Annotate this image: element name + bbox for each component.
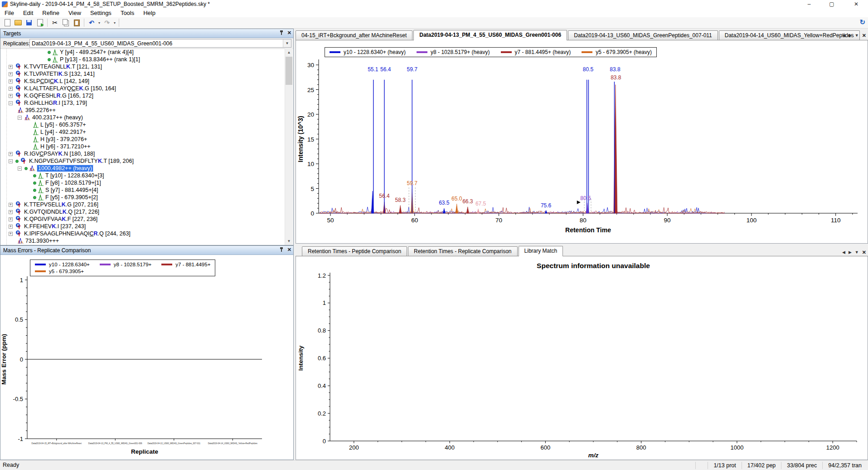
maximize-button[interactable]: ▢ xyxy=(824,0,839,8)
menu-file[interactable]: File xyxy=(0,9,19,17)
expand-icon[interactable]: + xyxy=(9,72,13,76)
graph-tab-2[interactable]: Library Match xyxy=(519,246,563,256)
tree-row[interactable]: F [y8] - 1028.5179+[1] xyxy=(0,179,286,186)
menu-dropdown-icon[interactable]: ▼ xyxy=(855,33,859,38)
tree-row[interactable]: +K.TLVPATETIK.S [132, 141] xyxy=(0,70,286,78)
save-button[interactable] xyxy=(24,18,34,28)
tree-row[interactable]: L [y5] - 605.3757+ xyxy=(0,121,286,128)
tree-row[interactable]: 395.2276++ xyxy=(0,107,286,114)
scroll-left-icon[interactable]: ◀ xyxy=(842,250,845,255)
close-panel-icon[interactable]: ✕ xyxy=(287,30,291,35)
tree-row-label: K.GQFESHLR.G [165, 172] xyxy=(24,93,93,99)
import-results-button[interactable] xyxy=(35,18,45,28)
paste-button[interactable] xyxy=(72,18,82,28)
transition-icon xyxy=(33,122,39,128)
tree-row-label: 731.3930+++ xyxy=(25,238,59,244)
expand-icon[interactable]: + xyxy=(9,217,13,221)
tree-row[interactable]: +K.IPIFSAAGLPHNEIAAQICR.Q [244, 263] xyxy=(0,230,286,237)
collapse-icon[interactable]: − xyxy=(18,116,22,120)
menu-tools[interactable]: Tools xyxy=(116,9,139,17)
targets-scrollbar[interactable]: ▲ ▼ xyxy=(285,49,293,245)
new-document-icon xyxy=(5,19,10,26)
minimize-button[interactable]: – xyxy=(801,0,817,8)
tree-row[interactable]: +R.IGVCPSAYK.N [180, 188] xyxy=(0,150,286,157)
pin-icon[interactable] xyxy=(279,30,284,35)
replicates-combobox[interactable]: Data2019-04-13_PM_4_55_US60_MIDAS_Green0… xyxy=(29,39,291,48)
close-tab-icon[interactable]: ✕ xyxy=(862,33,866,38)
chromatogram-tab-3[interactable]: Data2019-04-14_US60_MIDAS_Yellow+RedPept… xyxy=(719,30,860,40)
scrollbar-thumb[interactable] xyxy=(286,57,292,85)
new-document-button[interactable] xyxy=(2,18,12,28)
cut-button[interactable]: ✂ xyxy=(50,18,60,28)
expand-icon[interactable]: + xyxy=(9,65,13,69)
collapse-icon[interactable]: − xyxy=(18,166,22,171)
pin-icon[interactable] xyxy=(279,247,284,252)
graph-tab-1[interactable]: Retention Times - Replicate Comparison xyxy=(408,246,517,256)
tree-row[interactable]: −1000.4982++ (heavy) xyxy=(0,165,286,172)
tree-row[interactable]: −400.2317++ (heavy) xyxy=(0,114,286,121)
tree-row-label: H [y3] - 379.2076+ xyxy=(40,136,87,142)
tree-row[interactable]: +K.TVVTEAGNLLK.T [121, 131] xyxy=(0,63,286,70)
menu-refine[interactable]: Refine xyxy=(38,9,64,17)
expand-icon[interactable]: + xyxy=(9,203,13,207)
menu-settings[interactable]: Settings xyxy=(86,9,116,17)
tree-row[interactable]: −R.GHLLHGR.I [173, 179] xyxy=(0,99,286,107)
tree-row[interactable]: −K.NGPVEGAFTVFSDFLTYK.T [189, 206] xyxy=(0,157,286,165)
tree-row[interactable]: +K.GQFESHLR.G [165, 172] xyxy=(0,92,286,99)
close-button[interactable]: ✕ xyxy=(849,0,864,8)
tree-row[interactable]: +K.GVTQIDNDLK.Q [217, 226] xyxy=(0,208,286,215)
transition-icon xyxy=(38,180,44,186)
scroll-down-icon[interactable]: ▼ xyxy=(285,237,293,245)
collapse-icon[interactable]: − xyxy=(9,101,13,105)
undo-button[interactable]: ↶ xyxy=(87,18,97,28)
close-panel-icon[interactable]: ✕ xyxy=(287,247,291,252)
open-button[interactable] xyxy=(13,18,23,28)
svg-text:Replicate: Replicate xyxy=(131,448,159,455)
tree-row[interactable]: +K.LALTTAEFLAYQCEK.G [150, 164] xyxy=(0,85,286,92)
expand-icon[interactable]: + xyxy=(9,87,13,91)
tree-row[interactable]: F [y5] - 679.3905+[2] xyxy=(0,194,286,201)
tree-row[interactable]: L [y4] - 492.2917+ xyxy=(0,128,286,136)
tree-row[interactable]: +K.QPGIVFVAAK.F [227, 236] xyxy=(0,215,286,223)
scroll-right-icon[interactable]: ▶ xyxy=(849,33,852,38)
chromatogram-chart: 0510152025305060708090100110Retention Ti… xyxy=(296,40,868,244)
scroll-left-icon[interactable]: ◀ xyxy=(842,33,845,38)
tree-row[interactable]: +K.SLPCDICK.L [142, 149] xyxy=(0,78,286,85)
copy-button[interactable] xyxy=(61,18,71,28)
tree-row[interactable]: 731.3930+++ xyxy=(0,237,286,245)
tree-row[interactable]: H [y6] - 371.7210++ xyxy=(0,143,286,150)
expand-icon[interactable]: + xyxy=(9,210,13,214)
chromatogram-tab-1[interactable]: Data2019-04-13_PM_4_55_US60_MIDAS_Green0… xyxy=(413,30,567,40)
tree-row[interactable]: T [y10] - 1228.6340+[3] xyxy=(0,172,286,179)
peptide-icon xyxy=(15,93,22,99)
chromatogram-tab-0[interactable]: 04-15_iRT+Bckground_after MAchineReset xyxy=(296,30,412,40)
chevron-down-icon[interactable]: ▼ xyxy=(283,39,291,47)
close-tab-icon[interactable]: ✕ xyxy=(862,250,866,255)
redo-dropdown[interactable]: ▾ xyxy=(112,21,117,25)
expand-icon[interactable]: + xyxy=(9,152,13,156)
menu-edit[interactable]: Edit xyxy=(19,9,38,17)
scroll-right-icon[interactable]: ▶ xyxy=(849,250,852,255)
sync-button[interactable]: ↻ xyxy=(859,18,865,26)
chromatogram-tab-2[interactable]: Data2019-04-13_US60_MIDAS_GreenPeptides_… xyxy=(568,30,718,40)
expand-icon[interactable]: + xyxy=(9,94,13,98)
tree-row[interactable]: S [y7] - 881.4495+[4] xyxy=(0,186,286,194)
tree-row[interactable]: +K.FFEHEVK.I [237, 243] xyxy=(0,223,286,230)
tree-row[interactable]: H [y3] - 379.2076+ xyxy=(0,136,286,143)
undo-dropdown[interactable]: ▾ xyxy=(97,21,102,25)
tree-row[interactable]: P [y13] - 613.8346++ (rank 1)[1] xyxy=(0,56,286,63)
chromatogram-tabstrip: 04-15_iRT+Bckground_after MAchineResetDa… xyxy=(296,29,868,40)
redo-button[interactable]: ↷ xyxy=(102,18,112,28)
expand-icon[interactable]: + xyxy=(9,225,13,229)
graph-tab-0[interactable]: Retention Times - Peptide Comparison xyxy=(302,246,407,256)
expand-icon[interactable]: + xyxy=(9,79,13,83)
menu-view[interactable]: View xyxy=(64,9,86,17)
menu-help[interactable]: Help xyxy=(139,9,160,17)
expand-icon[interactable]: + xyxy=(9,232,13,236)
scroll-up-icon[interactable]: ▲ xyxy=(285,49,293,56)
collapse-icon[interactable]: − xyxy=(9,159,13,163)
svg-text:15: 15 xyxy=(307,136,314,143)
tree-row[interactable]: +K.TTEPVSELLK.G [207, 216] xyxy=(0,201,286,208)
menu-dropdown-icon[interactable]: ▼ xyxy=(855,250,859,255)
tree-row[interactable]: Y [y4] - 489.2547+ (rank 4)[4] xyxy=(0,49,286,56)
